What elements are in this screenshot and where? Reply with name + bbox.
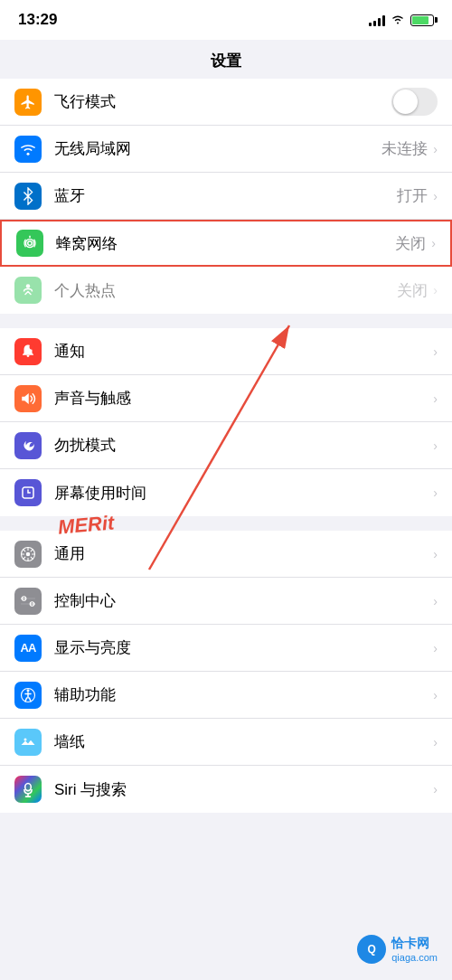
- row-sounds[interactable]: 声音与触感 ›: [0, 375, 452, 422]
- sounds-label: 声音与触感: [54, 388, 433, 409]
- wifi-label: 无线局域网: [54, 138, 381, 159]
- row-hotspot[interactable]: 个人热点 关闭 ›: [0, 267, 452, 314]
- siri-chevron: ›: [433, 782, 438, 796]
- controlcenter-label: 控制中心: [54, 590, 433, 611]
- wallpaper-chevron: ›: [433, 735, 438, 749]
- row-airplane[interactable]: 飞行模式: [0, 79, 452, 126]
- row-cellular[interactable]: 蜂窝网络 关闭 ›: [0, 220, 452, 267]
- wifi-icon: [391, 13, 405, 27]
- group-general: 通用 › 控制中心 › AA 显示与亮度: [0, 531, 452, 813]
- screentime-icon: [14, 479, 42, 506]
- general-icon: [14, 541, 42, 568]
- page-title: 设置: [0, 51, 452, 71]
- svg-point-4: [30, 344, 35, 349]
- status-icons: [369, 13, 434, 27]
- svg-point-1: [28, 241, 33, 246]
- row-siri[interactable]: Siri 与搜索 ›: [0, 766, 452, 813]
- dnd-label: 勿扰模式: [54, 435, 433, 456]
- general-chevron: ›: [433, 547, 438, 561]
- accessibility-chevron: ›: [433, 688, 438, 702]
- wallpaper-icon: [14, 729, 42, 756]
- cellular-chevron: ›: [431, 236, 436, 250]
- svg-point-15: [24, 738, 27, 740]
- siri-icon: [14, 776, 42, 803]
- accessibility-label: 辅助功能: [54, 684, 433, 705]
- bluetooth-chevron: ›: [433, 189, 438, 203]
- merit-label: MERit: [57, 511, 115, 539]
- display-chevron: ›: [433, 641, 438, 655]
- row-screentime[interactable]: 屏幕使用时间 ›: [0, 469, 452, 516]
- controlcenter-icon: [14, 588, 42, 615]
- wifi-value: 未连接: [381, 138, 428, 159]
- row-wifi[interactable]: 无线局域网 未连接 ›: [0, 126, 452, 173]
- watermark: Q 恰卡网 qiaga.com: [357, 935, 438, 964]
- controlcenter-chevron: ›: [433, 594, 438, 608]
- watermark-text: 恰卡网 qiaga.com: [391, 936, 438, 963]
- airplane-label: 飞行模式: [54, 91, 391, 112]
- wallpaper-label: 墙纸: [54, 731, 433, 752]
- accessibility-icon: [14, 682, 42, 709]
- bluetooth-value: 打开: [397, 185, 428, 206]
- page-title-bar: 设置: [0, 40, 452, 79]
- bluetooth-label: 蓝牙: [54, 185, 397, 206]
- display-icon: AA: [14, 635, 42, 662]
- hotspot-icon: [14, 277, 42, 304]
- svg-point-0: [26, 240, 34, 248]
- sounds-icon: [14, 385, 42, 412]
- cellular-label: 蜂窝网络: [56, 233, 395, 254]
- hotspot-value: 关闭: [397, 280, 428, 301]
- status-bar: 13:29: [0, 0, 452, 40]
- dnd-chevron: ›: [433, 438, 438, 453]
- display-label: 显示与亮度: [54, 637, 433, 658]
- bluetooth-icon: [14, 183, 42, 210]
- row-controlcenter[interactable]: 控制中心 ›: [0, 578, 452, 625]
- row-accessibility[interactable]: 辅助功能 ›: [0, 672, 452, 719]
- screentime-label: 屏幕使用时间: [54, 483, 433, 504]
- status-time: 13:29: [18, 11, 57, 29]
- watermark-logo: Q: [357, 935, 386, 964]
- notifications-label: 通知: [54, 341, 433, 362]
- row-dnd[interactable]: 勿扰模式 ›: [0, 422, 452, 469]
- svg-point-3: [26, 284, 31, 288]
- airplane-icon: [14, 89, 42, 116]
- hotspot-chevron: ›: [433, 283, 438, 297]
- row-wallpaper[interactable]: 墙纸 ›: [0, 719, 452, 766]
- dnd-icon: [14, 432, 42, 459]
- group-notifications: 通知 › 声音与触感 › 勿扰模式 ›: [0, 328, 452, 516]
- siri-label: Siri 与搜索: [54, 779, 433, 800]
- general-label: 通用: [54, 543, 433, 564]
- svg-point-6: [26, 551, 31, 556]
- wifi-chevron: ›: [433, 142, 438, 156]
- row-display[interactable]: AA 显示与亮度 ›: [0, 625, 452, 672]
- signal-icon: [369, 14, 385, 26]
- screentime-chevron: ›: [433, 485, 438, 500]
- sounds-chevron: ›: [433, 391, 438, 406]
- battery-icon: [410, 14, 434, 26]
- notifications-icon: [14, 338, 42, 365]
- hotspot-label: 个人热点: [54, 280, 397, 301]
- cellular-value: 关闭: [395, 233, 426, 254]
- row-notifications[interactable]: 通知 ›: [0, 328, 452, 375]
- battery-fill: [412, 16, 428, 24]
- group-gap-1: [0, 321, 452, 328]
- svg-point-13: [27, 689, 30, 692]
- svg-point-16: [25, 783, 32, 790]
- settings-list: 飞行模式 无线局域网 未连接 ›: [0, 79, 452, 813]
- airplane-toggle[interactable]: [391, 88, 438, 116]
- airplane-toggle-thumb: [393, 90, 418, 114]
- group-connectivity: 飞行模式 无线局域网 未连接 ›: [0, 79, 452, 314]
- notifications-chevron: ›: [433, 344, 438, 359]
- row-bluetooth[interactable]: 蓝牙 打开 ›: [0, 173, 452, 220]
- cellular-icon: [16, 230, 43, 257]
- wifi-settings-icon: [14, 136, 42, 163]
